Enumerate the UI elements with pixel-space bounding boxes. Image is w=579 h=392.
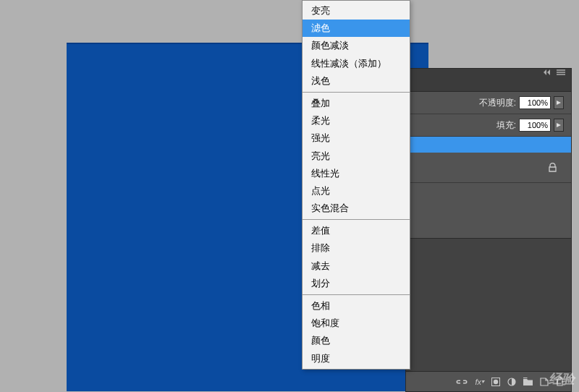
adjustment-icon[interactable] bbox=[507, 378, 516, 386]
fx-icon[interactable]: fx▾ bbox=[475, 378, 484, 386]
blend-mode-item[interactable]: 饱和度 bbox=[303, 315, 410, 332]
blend-mode-item[interactable]: 叠加 bbox=[303, 95, 410, 112]
menu-separator bbox=[303, 219, 410, 220]
opacity-label: 不透明度: bbox=[479, 97, 516, 109]
blend-mode-item[interactable]: 划分 bbox=[303, 275, 410, 292]
group-icon[interactable] bbox=[523, 378, 533, 385]
blend-mode-item[interactable]: 明度 bbox=[303, 350, 410, 367]
opacity-row: 不透明度: 100% bbox=[406, 92, 571, 114]
panel-menu-icon[interactable] bbox=[554, 69, 568, 75]
blend-mode-item[interactable]: 颜色 bbox=[303, 332, 410, 349]
panel-body: 不透明度: 100% 填充: 100% bbox=[406, 76, 571, 391]
lock-icon bbox=[549, 163, 557, 172]
blend-mode-item[interactable]: 色相 bbox=[303, 297, 410, 315]
mask-icon[interactable] bbox=[491, 378, 500, 386]
fill-flyout[interactable] bbox=[554, 119, 564, 132]
layer-selected[interactable] bbox=[406, 137, 571, 153]
layers-panel: 不透明度: 100% 填充: 100% bbox=[405, 68, 572, 392]
blend-mode-item[interactable]: 变亮 bbox=[303, 2, 410, 20]
link-layers-icon[interactable] bbox=[456, 378, 468, 385]
opacity-input[interactable]: 100% bbox=[519, 96, 551, 109]
blend-mode-item[interactable]: 亮光 bbox=[303, 148, 410, 165]
layer-background[interactable] bbox=[406, 153, 571, 183]
panel-empty-area bbox=[406, 238, 571, 371]
blend-mode-menu[interactable]: 变亮滤色颜色减淡线性减淡（添加）浅色叠加柔光强光亮光线性光点光实色混合差值排除减… bbox=[302, 0, 410, 370]
fill-input[interactable]: 100% bbox=[519, 119, 551, 132]
panel-collapse-bar[interactable] bbox=[406, 69, 571, 76]
blend-mode-item[interactable]: 实色混合 bbox=[303, 200, 410, 217]
svg-point-1 bbox=[494, 379, 498, 383]
blend-mode-item[interactable]: 减去 bbox=[303, 257, 410, 275]
blend-mode-item[interactable]: 滤色 bbox=[303, 20, 410, 37]
menu-separator bbox=[303, 92, 410, 93]
blend-mode-item[interactable]: 排除 bbox=[303, 239, 410, 257]
menu-separator bbox=[303, 294, 410, 295]
blend-mode-item[interactable]: 差值 bbox=[303, 222, 410, 239]
blend-mode-item[interactable]: 柔光 bbox=[303, 112, 410, 129]
fill-label: 填充: bbox=[496, 119, 516, 132]
blend-mode-item[interactable]: 点光 bbox=[303, 182, 410, 200]
blend-mode-item[interactable]: 颜色减淡 bbox=[303, 37, 410, 54]
panel-tabs[interactable] bbox=[406, 76, 571, 92]
blend-mode-item[interactable]: 线性减淡（添加） bbox=[303, 55, 410, 72]
blend-mode-item[interactable]: 线性光 bbox=[303, 165, 410, 182]
new-layer-icon[interactable] bbox=[540, 378, 549, 386]
opacity-flyout[interactable] bbox=[554, 96, 564, 109]
panel-footer: fx▾ bbox=[406, 371, 571, 391]
panel-collapse-icon[interactable] bbox=[541, 69, 554, 75]
fill-row: 填充: 100% bbox=[406, 114, 571, 137]
blend-mode-item[interactable]: 强光 bbox=[303, 129, 410, 147]
trash-icon[interactable] bbox=[556, 377, 564, 386]
blend-mode-item[interactable]: 浅色 bbox=[303, 72, 410, 90]
layers-list[interactable] bbox=[406, 137, 571, 238]
